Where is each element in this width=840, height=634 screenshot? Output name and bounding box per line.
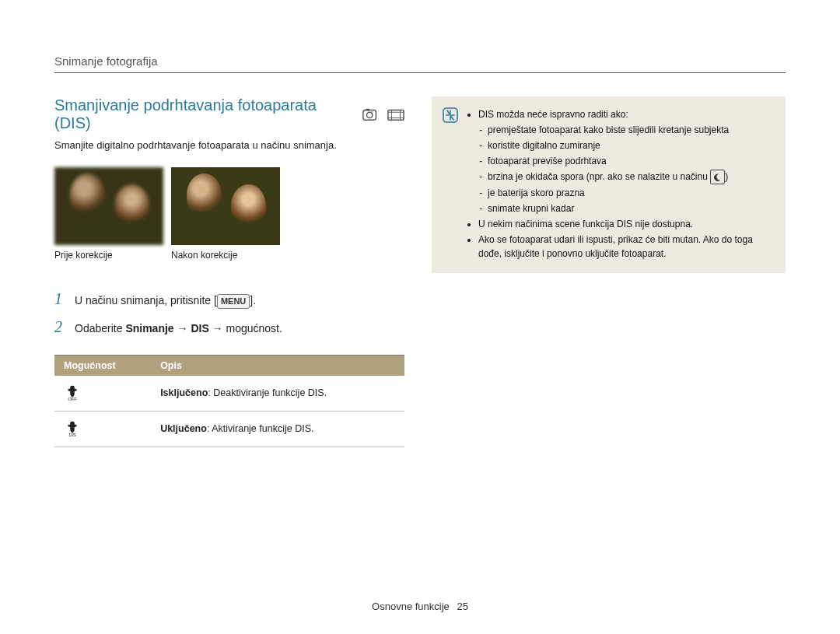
step-num-1: 1 [54,287,66,311]
table-row: OFF Isključeno: Deaktiviranje funkcije D… [54,376,404,412]
info-sub-4b: ) [725,171,728,182]
svg-text:OFF: OFF [68,397,78,401]
table-row: DIS Uključeno: Aktiviranje funkcije DIS. [54,411,404,447]
dis-on-icon: DIS [64,419,81,439]
svg-rect-4 [388,110,404,121]
right-column: DIS možda neće ispravno raditi ako: prem… [432,96,786,447]
step-1: 1 U načinu snimanja, pritisnite [MENU]. [54,287,404,311]
info-sub-4a: brzina je okidača spora (npr. ako se nal… [488,171,710,182]
th-desc: Opis [151,355,404,376]
steps: 1 U načinu snimanja, pritisnite [MENU]. … [54,287,404,339]
photo-after [171,167,280,245]
info-sub-1: premještate fotoaparat kako biste slijed… [488,123,773,137]
opt-on-label: Uključeno [160,423,207,434]
opt-off-label: Isključeno [160,387,208,398]
video-mode-icon [387,107,404,121]
step-2-text-post: → mogućnost. [209,322,282,335]
svg-rect-0 [363,110,376,121]
th-option: Mogućnost [54,355,151,376]
svg-rect-2 [366,109,370,111]
info-bullet-1: DIS možda neće ispravno raditi ako: [478,109,628,120]
svg-text:DIS: DIS [68,433,76,436]
page-title: Smanjivanje podrhtavanja fotoaparata (DI… [54,96,355,132]
info-box: DIS možda neće ispravno raditi ako: prem… [432,96,786,273]
night-mode-icon [710,170,725,184]
step-1-text-pre: U načinu snimanja, pritisnite [ [75,294,217,306]
intro-text: Smanjite digitalno podrhtavanje fotoapar… [54,138,404,153]
section-header: Snimanje fotografija [54,54,786,73]
step-2-bold: Snimanje → DIS [125,322,208,335]
step-2: 2 Odaberite Snimanje → DIS → mogućnost. [54,315,404,339]
info-sub-3: fotoaparat previše podrhtava [488,154,773,168]
caption-before: Prije korekcije [54,250,163,261]
example-photos: Prije korekcije Nakon korekcije [54,167,404,261]
footer-label: Osnovne funkcije [372,601,450,612]
step-2-text-pre: Odaberite [75,322,125,335]
menu-button-icon: MENU [217,294,250,309]
info-bullet-3: Ako se fotoaparat udari ili ispusti, pri… [478,233,773,261]
info-sub-5: je baterija skoro prazna [488,186,773,200]
step-1-text-post: ]. [250,294,256,306]
caption-after: Nakon korekcije [171,250,280,261]
opt-off-desc: : Deaktiviranje funkcije DIS. [208,387,327,398]
info-sub-6: snimate krupni kadar [488,201,773,215]
left-column: Smanjivanje podrhtavanja fotoaparata (DI… [54,96,404,447]
options-table: Mogućnost Opis OFF Isključeno: Deaktivir… [54,355,404,447]
step-num-2: 2 [54,315,66,339]
opt-on-desc: : Aktiviranje funkcije DIS. [207,423,314,434]
info-sub-2: koristite digitalno zumiranje [488,138,773,152]
page-footer: Osnovne funkcije 25 [0,601,840,612]
dis-off-icon: OFF [64,384,81,403]
info-bullet-2: U nekim načinima scene funkcija DIS nije… [478,217,773,231]
camera-mode-icon: p [362,107,380,121]
info-icon [443,107,458,123]
svg-text:p: p [371,110,373,114]
page-number: 25 [457,601,467,612]
photo-before [54,167,163,245]
